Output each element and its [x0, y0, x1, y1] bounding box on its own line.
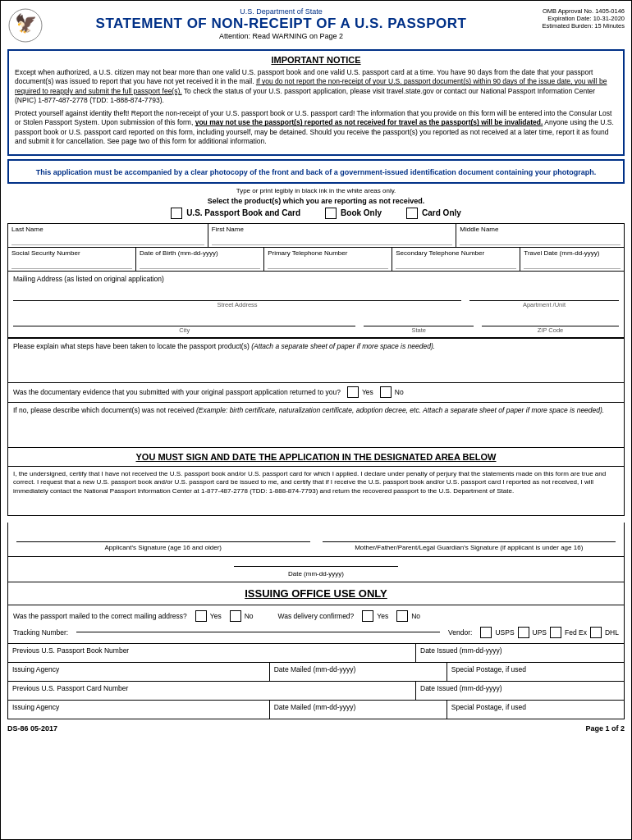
vendor-fedex-group[interactable]: Fed Ex	[550, 627, 587, 638]
delivery-yes-checkbox[interactable]	[362, 610, 373, 622]
vendor-label: Vendor:	[448, 628, 472, 637]
vendor-dhl-label: DHL	[605, 628, 619, 637]
vendor-dhl-checkbox[interactable]	[590, 627, 602, 638]
tracking-input[interactable]	[76, 632, 440, 632]
sig-line-row: Applicant's Signature (age 16 and older)…	[7, 523, 625, 557]
date-input[interactable]	[234, 566, 398, 567]
delivery-confirmed-label: Was delivery confirmed?	[278, 612, 355, 620]
type-print-notice: Type or print legibly in black ink in th…	[7, 187, 625, 194]
vendor-usps-checkbox[interactable]	[480, 627, 492, 638]
header-center: U.S. Department of State STATEMENT OF NO…	[44, 7, 518, 40]
secondary-phone-value[interactable]	[396, 258, 516, 269]
sign-title: YOU MUST SIGN AND DATE THE APPLICATION I…	[7, 448, 625, 467]
ssn-label: Social Security Number	[11, 249, 132, 257]
last-name-cell: Last Name	[8, 224, 208, 247]
middle-name-cell: Middle Name	[456, 224, 624, 247]
vendor-ups-checkbox[interactable]	[518, 627, 529, 638]
first-name-value[interactable]	[212, 234, 453, 245]
mailed-no-group[interactable]: No	[230, 610, 254, 622]
explain-section: Please explain what steps have been take…	[7, 338, 625, 383]
mailed-yes-checkbox[interactable]	[195, 610, 207, 622]
product-options: U.S. Passport Book and Card Book Only Ca…	[7, 208, 625, 219]
main-title: STATEMENT OF NON-RECEIPT OF A U.S. PASSP…	[44, 16, 518, 32]
logo: 🦅	[7, 7, 44, 46]
vendor-usps-group[interactable]: USPS	[480, 627, 514, 638]
product-option-3[interactable]: Card Only	[406, 208, 461, 219]
prev-card-number-cell: Previous U.S. Passport Card Number	[8, 682, 416, 700]
mailed-yes-group[interactable]: Yes	[195, 610, 222, 622]
vendor-fedex-checkbox[interactable]	[550, 627, 561, 638]
applicant-sig-label: Applicant's Signature (age 16 and older)	[16, 544, 310, 551]
vendor-dhl-group[interactable]: DHL	[590, 627, 619, 638]
travel-date-label: Travel Date (mm-dd-yyyy)	[524, 249, 621, 257]
product-option-2[interactable]: Book Only	[325, 208, 382, 219]
guardian-sig-label: Mother/Father/Parent/Legal Guardian's Si…	[323, 544, 616, 551]
applicant-sig-line[interactable]	[16, 527, 310, 542]
middle-name-value[interactable]	[460, 234, 621, 245]
svg-text:🦅: 🦅	[15, 12, 38, 34]
documentary-yes-group[interactable]: Yes	[347, 386, 373, 398]
attention-text: Attention: Read WARNING on Page 2	[44, 32, 518, 40]
street-address-input[interactable]	[13, 290, 461, 301]
address-section: Mailing Address (as listed on original a…	[7, 272, 625, 338]
photo-notice: This application must be accompanied by …	[14, 168, 618, 176]
delivery-no-checkbox[interactable]	[396, 610, 408, 622]
dob-value[interactable]	[140, 258, 260, 269]
product-book-card-checkbox[interactable]	[171, 208, 182, 219]
ssn-value[interactable]	[11, 258, 132, 269]
city-input[interactable]	[13, 315, 355, 326]
important-notice-box: IMPORTANT NOTICE Except when authorized,…	[7, 49, 625, 156]
vendor-ups-group[interactable]: UPS	[518, 627, 547, 638]
zip-input[interactable]	[482, 315, 619, 326]
state-input[interactable]	[364, 315, 474, 326]
date-issued-2-label: Date Issued (mm-dd-yyyy)	[420, 684, 502, 692]
omb-line3: Estimated Burden: 15 Minutes	[518, 22, 625, 30]
first-name-label: First Name	[212, 226, 453, 233]
name-row: Last Name First Name Middle Name	[8, 224, 624, 248]
issuing-agency-1-cell: Issuing Agency	[8, 663, 270, 681]
date-mailed-2-label: Date Mailed (mm-dd-yyyy)	[274, 703, 356, 711]
primary-phone-value[interactable]	[268, 258, 388, 269]
special-postage-1-label: Special Postage, if used	[451, 665, 526, 673]
issuing-title: ISSUING OFFICE USE ONLY	[7, 582, 625, 605]
delivery-yes-group[interactable]: Yes	[362, 610, 388, 622]
prev-book-number-cell: Previous U.S. Passport Book Number	[8, 644, 416, 662]
form-number: DS-86 05-2017	[7, 724, 57, 733]
dept-text: U.S. Department of State	[44, 7, 518, 16]
book-row-2: Issuing Agency Date Mailed (mm-dd-yyyy) …	[8, 663, 624, 682]
last-name-value[interactable]	[11, 234, 204, 245]
important-notice-title: IMPORTANT NOTICE	[15, 55, 617, 65]
product-book-only-label: Book Only	[341, 208, 382, 217]
date-issued-1-label: Date Issued (mm-dd-yyyy)	[420, 646, 502, 655]
product-card-only-label: Card Only	[422, 208, 461, 217]
documentary-row: Was the documentary evidence that you su…	[7, 383, 625, 403]
bottom-table: Previous U.S. Passport Book Number Date …	[7, 644, 625, 719]
id-row: Social Security Number Date of Birth (mm…	[8, 248, 624, 271]
first-name-cell: First Name	[208, 224, 457, 247]
if-no-section: If no, please describe which document(s)…	[7, 403, 625, 448]
prev-card-number-label: Previous U.S. Passport Card Number	[12, 684, 128, 692]
delivery-no-group[interactable]: No	[396, 610, 420, 622]
mailed-question: Was the passport mailed to the correct m…	[13, 612, 187, 620]
documentary-no-group[interactable]: No	[380, 386, 404, 398]
product-book-card-label: U.S. Passport Book and Card	[186, 208, 300, 217]
documentary-no-checkbox[interactable]	[380, 386, 392, 398]
photo-notice-box: This application must be accompanied by …	[7, 159, 625, 184]
date-mailed-1-cell: Date Mailed (mm-dd-yyyy)	[270, 663, 447, 681]
documentary-yes-label: Yes	[362, 388, 373, 396]
certify-section: I, the undersigned, certify that I have …	[7, 467, 625, 516]
documentary-yes-checkbox[interactable]	[347, 386, 359, 398]
apartment-unit-input[interactable]	[469, 290, 619, 301]
mailed-no-checkbox[interactable]	[230, 610, 241, 622]
prev-book-number-label: Previous U.S. Passport Book Number	[12, 646, 129, 655]
issuing-agency-2-cell: Issuing Agency	[8, 701, 270, 719]
notice-para-1: Except when authorized, a U.S. citizen m…	[15, 68, 617, 106]
travel-date-value[interactable]	[524, 258, 621, 269]
date-line-row: Date (mm-dd-yyyy)	[7, 557, 625, 582]
middle-name-label: Middle Name	[460, 226, 621, 233]
product-book-only-checkbox[interactable]	[325, 208, 337, 219]
guardian-sig-block: Mother/Father/Parent/Legal Guardian's Si…	[323, 527, 616, 551]
product-option-1[interactable]: U.S. Passport Book and Card	[171, 208, 300, 219]
guardian-sig-line[interactable]	[323, 527, 616, 542]
product-card-only-checkbox[interactable]	[406, 208, 418, 219]
